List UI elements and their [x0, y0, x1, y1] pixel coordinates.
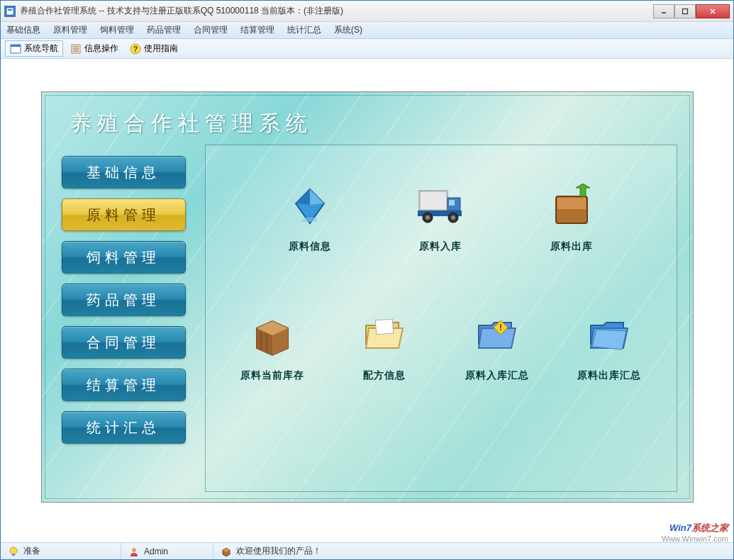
nav-contract-mgmt[interactable]: 合同管理: [62, 326, 186, 359]
nav-feed-mgmt[interactable]: 饲料管理: [62, 241, 186, 274]
svg-text:!: !: [499, 323, 502, 332]
svg-rect-0: [6, 8, 13, 15]
box-icon: [221, 546, 232, 557]
menubar: 基础信息 原料管理 饲料管理 药品管理 合同管理 结算管理 统计汇总 系统(S): [1, 22, 733, 39]
svg-text:?: ?: [133, 45, 138, 53]
window-controls: [653, 4, 730, 18]
svg-marker-16: [296, 189, 310, 205]
diamond-icon: [284, 181, 335, 232]
icon-out-summary[interactable]: 原料出库汇总: [557, 310, 662, 382]
svg-marker-45: [592, 330, 626, 349]
icon-panel: 原料信息 原料入库 原料出库: [205, 145, 677, 492]
box-out-icon: [546, 181, 597, 232]
svg-rect-19: [421, 192, 446, 209]
svg-rect-38: [376, 319, 394, 335]
icon-label: 原料出库汇总: [577, 369, 641, 382]
svg-rect-47: [12, 554, 15, 556]
menu-drug-mgmt[interactable]: 药品管理: [147, 24, 181, 36]
nav-material-mgmt[interactable]: 原料管理: [62, 198, 186, 231]
icon-material-info[interactable]: 原料信息: [248, 181, 372, 253]
window-icon: [10, 43, 21, 55]
titlebar[interactable]: 养殖合作社管理系统 -- 技术支持与注册正版联系QQ 510000118 当前版…: [1, 1, 733, 22]
folder-icon: [359, 310, 410, 361]
maximize-button[interactable]: [674, 4, 696, 18]
svg-rect-28: [557, 198, 586, 209]
svg-rect-1: [8, 9, 12, 11]
menu-statistics[interactable]: 统计汇总: [287, 24, 321, 36]
menu-feed-mgmt[interactable]: 饲料管理: [100, 24, 134, 36]
icon-formula-info[interactable]: 配方信息: [332, 310, 438, 382]
status-user: Admin: [121, 543, 213, 559]
icon-material-in[interactable]: 原料入库: [379, 181, 503, 253]
icon-row-1: 原料信息 原料入库 原料出库: [248, 181, 634, 253]
nav-button-group: 基础信息 原料管理 饲料管理 药品管理 合同管理 结算管理 统计汇总: [62, 156, 186, 444]
nav-settlement-mgmt[interactable]: 结算管理: [62, 369, 186, 401]
svg-marker-15: [310, 189, 324, 205]
icon-label: 原料入库汇总: [465, 369, 529, 382]
svg-rect-7: [11, 45, 21, 47]
nav-statistics[interactable]: 统计汇总: [62, 411, 186, 444]
icon-label: 原料当前库存: [240, 369, 304, 382]
menu-material-mgmt[interactable]: 原料管理: [53, 24, 87, 36]
dashboard-panel: 养殖合作社管理系统 基础信息 原料管理 饲料管理 药品管理 合同管理 结算管理 …: [41, 91, 694, 503]
svg-rect-3: [683, 9, 688, 13]
dashboard-title: 养殖合作社管理系统: [70, 109, 313, 138]
app-icon: [4, 6, 16, 17]
toolbar-system-nav[interactable]: 系统导航: [5, 40, 63, 57]
icon-label: 原料入库: [419, 240, 462, 253]
nav-drug-mgmt[interactable]: 药品管理: [62, 284, 186, 316]
svg-marker-17: [301, 218, 318, 222]
toolbar-info-operation[interactable]: 信息操作: [66, 41, 123, 56]
menu-contract-mgmt[interactable]: 合同管理: [194, 24, 228, 36]
truck-icon: [415, 181, 466, 232]
svg-point-48: [132, 548, 136, 552]
titlebar-text: 养殖合作社管理系统 -- 技术支持与注册正版联系QQ 510000118 当前版…: [20, 5, 653, 17]
toolbar-label: 系统导航: [24, 43, 58, 55]
status-ready-text: 准备: [23, 545, 40, 557]
content-area: 养殖合作社管理系统 基础信息 原料管理 饲料管理 药品管理 合同管理 结算管理 …: [1, 59, 733, 542]
menu-basic-info[interactable]: 基础信息: [6, 24, 40, 36]
status-ready: 准备: [1, 543, 121, 559]
toolbar-label: 信息操作: [84, 43, 118, 55]
menu-settlement-mgmt[interactable]: 结算管理: [240, 24, 274, 36]
svg-marker-29: [576, 184, 590, 196]
list-icon: [70, 43, 82, 55]
icon-label: 配方信息: [363, 369, 406, 382]
icon-label: 原料出库: [550, 240, 593, 253]
folder-warn-icon: !: [472, 310, 523, 361]
user-icon: [128, 546, 140, 557]
folder-blue-icon: [584, 310, 635, 361]
toolbar-user-guide[interactable]: ? 使用指南: [126, 41, 182, 56]
icon-material-out[interactable]: 原料出库: [510, 181, 634, 253]
svg-point-46: [10, 547, 17, 554]
icon-row-2: 原料当前库存 配方信息 ! 原料入库汇总: [220, 310, 662, 382]
menu-system[interactable]: 系统(S): [334, 24, 362, 36]
main-window: 养殖合作社管理系统 -- 技术支持与注册正版联系QQ 510000118 当前版…: [0, 0, 734, 560]
statusbar: 准备 Admin 欢迎使用我们的产品！: [1, 542, 733, 559]
icon-label: 原料信息: [289, 240, 331, 253]
status-message: 欢迎使用我们的产品！: [213, 543, 733, 559]
nav-basic-info[interactable]: 基础信息: [62, 156, 186, 189]
help-icon: ?: [130, 43, 141, 55]
toolbar-label: 使用指南: [144, 43, 178, 55]
icon-in-summary[interactable]: ! 原料入库汇总: [445, 310, 550, 382]
status-message-text: 欢迎使用我们的产品！: [236, 545, 321, 557]
close-button[interactable]: [696, 4, 730, 18]
svg-point-24: [426, 215, 430, 220]
svg-point-26: [451, 215, 455, 220]
minimize-button[interactable]: [653, 4, 674, 18]
toolbar: 系统导航 信息操作 ? 使用指南: [1, 39, 733, 59]
crate-icon: [247, 310, 298, 361]
status-user-text: Admin: [144, 547, 168, 556]
icon-current-stock[interactable]: 原料当前库存: [220, 310, 326, 382]
bulb-icon: [8, 546, 19, 557]
svg-rect-21: [449, 200, 455, 206]
